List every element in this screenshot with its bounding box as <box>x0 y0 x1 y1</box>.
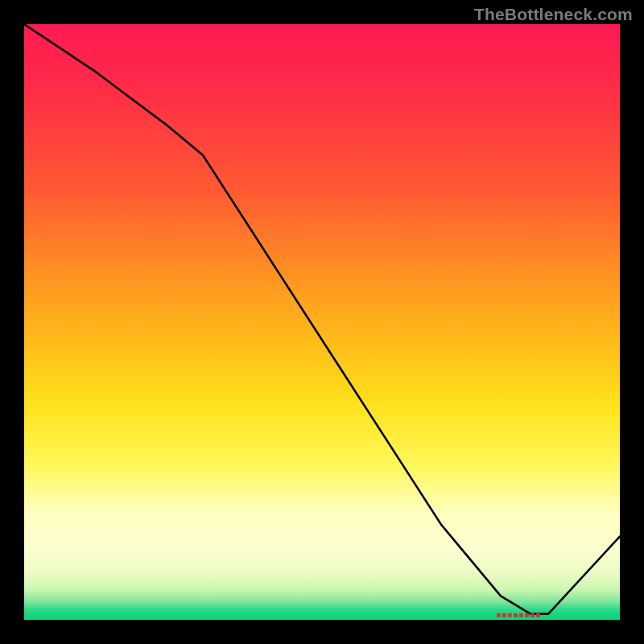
bottleneck-curve <box>24 24 620 620</box>
chart-canvas: TheBottleneck.com ■■■■■■■■ <box>0 0 644 644</box>
bottleneck-curve-path <box>24 24 620 614</box>
optimum-marker: ■■■■■■■■ <box>496 609 541 618</box>
plot-frame: ■■■■■■■■ <box>24 24 620 620</box>
attribution-text: TheBottleneck.com <box>474 5 633 24</box>
